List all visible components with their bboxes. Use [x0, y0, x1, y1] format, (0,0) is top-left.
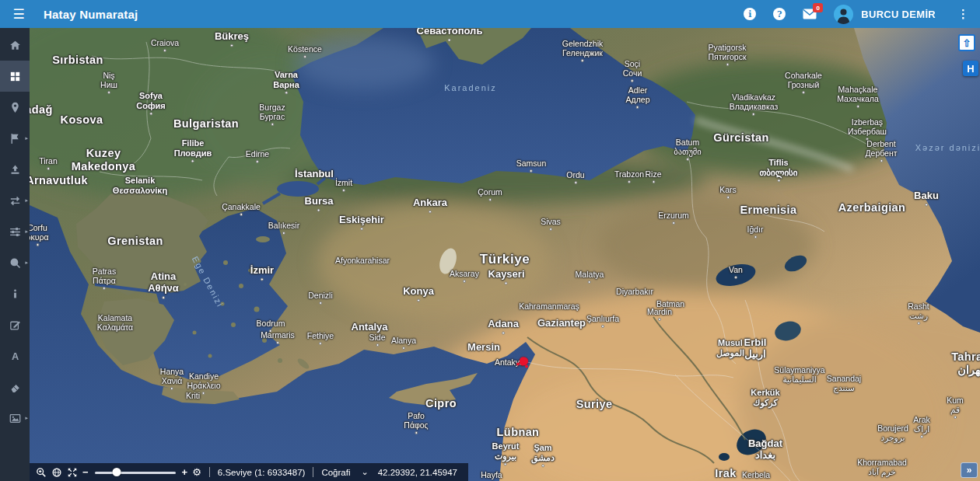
- satellite-terrain: [30, 28, 980, 481]
- top-navbar: ☰ Hatay Numarataj i ? 0 BURCU DEMİR: [0, 0, 980, 28]
- upload-icon: [9, 163, 22, 176]
- projection-dropdown[interactable]: Coğrafi ⌄: [321, 468, 368, 477]
- exchange-icon: [9, 194, 22, 207]
- search-icon: [9, 256, 22, 270]
- zoom-out-button[interactable]: −: [82, 467, 89, 477]
- grid-icon: [9, 70, 22, 83]
- sidebar-item-locations[interactable]: [0, 92, 30, 123]
- hamburger-menu-icon[interactable]: ☰: [0, 6, 37, 23]
- map-canvas[interactable]: ⇧ H »: [30, 28, 980, 481]
- avatar: [834, 5, 853, 24]
- info-icon[interactable]: i: [744, 8, 756, 20]
- full-extent-button[interactable]: [67, 467, 78, 478]
- user-name: BURCU DEMİR: [861, 9, 936, 20]
- sidebar-item-info[interactable]: [0, 278, 30, 309]
- flag-icon: [9, 132, 22, 145]
- zoom-in-tool-button[interactable]: [36, 467, 47, 478]
- double-chevron-right-icon: »: [967, 465, 972, 476]
- sidebar-item-text[interactable]: A: [0, 340, 30, 371]
- h-label: H: [967, 63, 974, 75]
- font-icon: A: [9, 350, 22, 363]
- app-window: ☰ Hatay Numarataj i ? 0 BURCU DEMİR: [0, 0, 980, 481]
- sidebar-item-search[interactable]: ▸: [0, 247, 30, 278]
- sidebar-item-erase[interactable]: [0, 371, 30, 403]
- sidebar-item-transfer[interactable]: ▸: [0, 185, 30, 216]
- expand-arrows-icon: [67, 467, 78, 478]
- zoom-slider-handle[interactable]: [112, 468, 121, 476]
- map-settings-gear-icon[interactable]: ⚙: [192, 467, 201, 477]
- svg-text:A: A: [11, 350, 18, 362]
- map-status-bar: − + ⚙ 6.Seviye (1: 6933487) Coğrafi ⌄ 42…: [30, 463, 468, 481]
- help-icon[interactable]: ?: [773, 8, 786, 20]
- mail-badge: 0: [813, 3, 823, 12]
- app-title: Hatay Numarataj: [44, 8, 138, 21]
- sidebar-item-imagery[interactable]: ▸: [0, 403, 30, 434]
- user-menu[interactable]: BURCU DEMİR: [834, 5, 936, 24]
- pan-up-button[interactable]: ⇧: [958, 34, 975, 51]
- sidebar-item-flags[interactable]: ▸: [0, 123, 30, 154]
- image-icon: [9, 412, 22, 425]
- sidebar-item-dashboard[interactable]: [0, 61, 30, 92]
- projection-value: Coğrafi: [321, 468, 350, 477]
- person-icon: [834, 5, 853, 24]
- magnifier-plus-icon: [36, 467, 47, 478]
- up-arrow-icon: ⇧: [963, 37, 971, 49]
- sidebar-item-upload[interactable]: [0, 154, 30, 185]
- cursor-coordinates: 42.29392, 21.45947: [378, 468, 457, 477]
- globe-icon: [51, 467, 62, 478]
- collapse-panel-button[interactable]: »: [961, 462, 978, 478]
- chevron-down-icon: ⌄: [361, 469, 368, 475]
- separator: [209, 467, 210, 477]
- zoom-in-button[interactable]: +: [182, 467, 188, 477]
- edit-icon: [9, 319, 22, 332]
- submenu-caret-icon: ▸: [25, 228, 28, 235]
- globe-extent-button[interactable]: [51, 467, 62, 478]
- messages-button[interactable]: 0: [803, 9, 817, 19]
- info-icon: [9, 288, 22, 301]
- left-toolbar: ▸▸▸▸A▸: [0, 28, 30, 481]
- separator: [313, 467, 313, 477]
- antakya-cluster-marker[interactable]: [518, 357, 529, 368]
- submenu-caret-icon: ▸: [25, 415, 28, 421]
- sidebar-item-filters[interactable]: ▸: [0, 216, 30, 247]
- submenu-caret-icon: ▸: [25, 197, 28, 204]
- home-icon: [9, 39, 22, 52]
- sliders-icon: [9, 225, 22, 239]
- submenu-caret-icon: ▸: [25, 135, 28, 141]
- sidebar-item-edit[interactable]: [0, 309, 30, 340]
- sidebar-item-home[interactable]: [0, 30, 30, 61]
- home-extent-button[interactable]: H: [963, 61, 978, 76]
- zoom-level-text: 6.Seviye (1: 6933487): [218, 468, 306, 477]
- kebab-menu-icon[interactable]: ⋮: [953, 7, 969, 21]
- submenu-caret-icon: ▸: [25, 260, 28, 266]
- map-marker-icon: [9, 101, 22, 114]
- zoom-slider[interactable]: [95, 468, 176, 477]
- eraser-icon: [9, 381, 22, 394]
